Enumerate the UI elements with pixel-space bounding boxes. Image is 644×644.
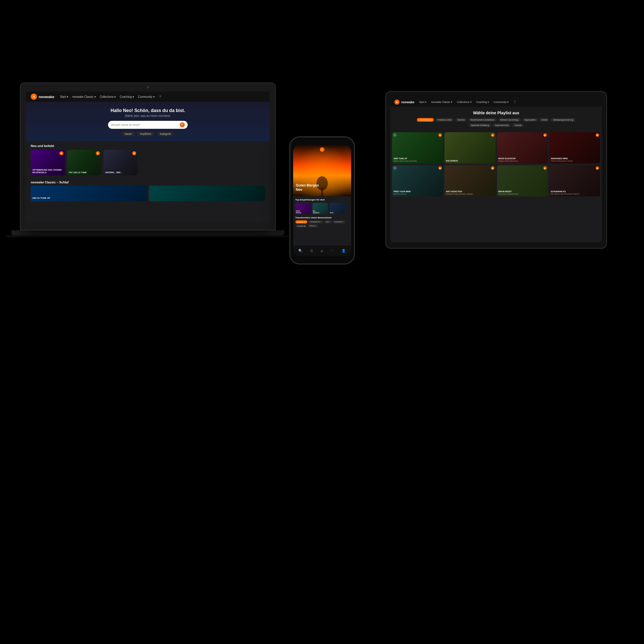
laptop-card-fat[interactable]: ▶ FAT CELLS TUNE: [67, 150, 101, 175]
tablet-nav-start[interactable]: Start ▾: [419, 101, 426, 103]
card-label-2: FAT CELLS TUNE: [69, 171, 100, 174]
phone-body: N Guten Morgen Neo Top-Empfehlungen für …: [289, 136, 355, 264]
laptop-search-button[interactable]: 🔍: [180, 122, 185, 127]
card-badge-2: ▶: [96, 151, 100, 155]
tablet-nav-coaching[interactable]: Coaching ▾: [476, 101, 489, 103]
laptop-nav-classic[interactable]: neowake Classic ▾: [72, 95, 96, 98]
tab-gehirntraining[interactable]: Gehirntraining: [417, 118, 434, 122]
smr-label: SMR Tune UpEigene deinen Geist auf Erfol…: [394, 158, 442, 162]
phone-rec-biorhythmen[interactable]: Bio-rhythmen: [312, 203, 328, 214]
tablet-body: N neowake Start ▾ neowake Classic ▾ Coll…: [385, 91, 607, 249]
laptop-section2-title: neowake Classic – Schlaf: [31, 181, 265, 184]
tab-meistern[interactable]: Meistern des Erfolgs: [498, 118, 521, 122]
mood-kraftvoll[interactable]: Kraftvoll ⚡: [295, 220, 307, 223]
laptop-filter-kopfhorer[interactable]: Kopfhörer: [137, 132, 154, 136]
mood-label: MOOD ELEVATORSteigere deine Stimmung: [498, 158, 546, 162]
phone-nav-home[interactable]: ⌂: [321, 249, 323, 253]
laptop-nav: N neowake Start ▾ neowake Classic ▾ Coll…: [26, 92, 270, 102]
tablet-nav-mobile[interactable]: 📱: [513, 101, 516, 103]
tablet-card-mood[interactable]: ▶ MOOD ELEVATORSteigere deine Stimmung: [497, 132, 548, 163]
tablet-card-freeyourmind[interactable]: ▶ ♪ FREE YOUR MINDKopf frei machen: [392, 165, 443, 196]
laptop-filter-dauer[interactable]: Dauer: [122, 132, 135, 136]
tablet-hero-title: Wähle deine Playlist aus: [394, 111, 598, 115]
laptop-card-unters[interactable]: ▶ UNTERS... DEF...: [103, 150, 138, 175]
laptop-filter-kategorie[interactable]: Kategorie: [157, 132, 174, 136]
phone-nav-search[interactable]: 🔍: [298, 249, 303, 253]
phone-transform-title: Transformiere deine Bewusstsein: [295, 216, 349, 219]
phone-bottom-nav: 🔍 ⊞ ⌂ ♡ 👤: [293, 246, 351, 256]
laptop-nav-items: Start ▾ neowake Classic ▾ Collections ▾ …: [60, 95, 162, 98]
phone-logo-area: N: [320, 147, 324, 152]
tab-spirituelle[interactable]: Spirituelle Entfaltung: [469, 123, 491, 127]
card-label-1: OPTIMIERUNG DES VITAMIN B5-SPIEGELS: [32, 169, 63, 174]
laptop-body: N neowake Start ▾ neowake Classic ▾ Coll…: [20, 82, 276, 230]
tab-komedi[interactable]: Komedi: [512, 123, 524, 127]
phone-rec-schlaf[interactable]: Schl...: [330, 203, 345, 214]
mood-ausgeglichen[interactable]: Ausgeglichen ♪: [308, 220, 323, 223]
phone-rec-selbstfindung[interactable]: Selbst-findung: [295, 203, 311, 214]
neowake-logo-icon: N: [31, 94, 37, 100]
tablet-card-awakened[interactable]: ▶ AWAKENED MINDHöheres Bewusstsein förde…: [549, 132, 600, 163]
laptop-search-input[interactable]: [111, 123, 180, 126]
anti-badge: ▶: [491, 166, 494, 170]
phone-content: Top-Empfehlungen für dich Selbst-findung…: [293, 196, 351, 232]
phone-section-title: Top-Empfehlungen für dich: [295, 198, 349, 201]
phone-greeting: Guten Morgen Neo: [296, 183, 319, 192]
mood-friedlich[interactable]: Friedlich ☯: [295, 224, 307, 227]
tablet-card-solitarius[interactable]: ▶ SOLITARIUS: [444, 132, 495, 163]
laptop-card-vitamin[interactable]: ▶ OPTIMIERUNG DES VITAMIN B5-SPIEGELS: [31, 150, 65, 175]
brain-label: BRAIN RESETDie ersten Veränderungen: [498, 190, 546, 195]
card2-label-1: DELTA TUNE UP: [32, 197, 145, 200]
tab-selbstprogrammierung[interactable]: Selbstprogrammierung: [551, 118, 575, 122]
tablet-grid-row1: ▶ ♪ SMR Tune UpEigene deinen Geist auf E…: [390, 132, 602, 165]
tablet-nav-collections[interactable]: Collections ▾: [457, 101, 472, 103]
laptop-nav-collections[interactable]: Collections ▾: [100, 95, 116, 98]
smr-badge: ▶: [438, 133, 442, 137]
rec-label-1: Selbst-findung: [296, 210, 310, 214]
tab-beziehschaft[interactable]: Beziehschaft & Geliebtsein: [468, 118, 497, 122]
tab-superharmonie[interactable]: Superharmonie: [493, 123, 511, 127]
card-label-3: UNTERS... DEF...: [105, 171, 136, 174]
mood-entspannt[interactable]: Entspannt ♪: [333, 220, 345, 223]
tablet-card-antiaddiction[interactable]: ▶ ANTI ADDICTIONSchlechte Angewohnheiten…: [444, 165, 495, 196]
laptop-cards: ▶ OPTIMIERUNG DES VITAMIN B5-SPIEGELS ▶ …: [31, 150, 265, 175]
card-badge-3: ▶: [132, 151, 136, 155]
tablet-nav-community[interactable]: Community ▾: [494, 101, 509, 103]
laptop-card2-2[interactable]: [149, 186, 265, 201]
scene: N neowake Start ▾ neowake Classic ▾ Coll…: [0, 0, 644, 644]
laptop-nav-coaching[interactable]: Coaching ▾: [120, 95, 134, 98]
tab-positives-leben[interactable]: Positives Leben: [435, 118, 454, 122]
schumann-badge: ▶: [596, 166, 599, 170]
tablet-card-smr[interactable]: ▶ ♪ SMR Tune UpEigene deinen Geist auf E…: [392, 132, 443, 163]
tablet-nav-classic[interactable]: neowake Classic ▾: [431, 101, 452, 103]
laptop-foot: [6, 235, 290, 237]
phone-nav-person[interactable]: 👤: [341, 249, 346, 253]
tablet-card-schumann[interactable]: ▶ SCHUMANN 8'SAlle Oktaven der Schumann …: [549, 165, 600, 196]
laptop-nav-mobile[interactable]: 📱: [159, 95, 162, 98]
tablet-nav: N neowake Start ▾ neowake Classic ▾ Coll…: [390, 98, 602, 107]
phone-nav-heart[interactable]: ♡: [331, 249, 334, 253]
laptop-screen: N neowake Start ▾ neowake Classic ▾ Coll…: [26, 92, 270, 222]
solitarius-badge: ▶: [491, 133, 494, 137]
mood-opti[interactable]: Opti...: [324, 220, 332, 223]
phone-nav-grid[interactable]: ⊞: [310, 249, 313, 253]
tablet-card-brainreset[interactable]: ▶ BRAIN RESETDie ersten Veränderungen: [497, 165, 548, 196]
laptop-search-bar[interactable]: 🔍: [108, 121, 188, 129]
tab-karriere[interactable]: Karriere: [455, 118, 467, 122]
laptop-nav-start[interactable]: Start ▾: [60, 95, 68, 98]
brain-badge: ▶: [543, 166, 547, 170]
mood-fokuss[interactable]: Fokuss...: [308, 224, 318, 227]
phone-greeting-line1: Guten Morgen: [296, 183, 319, 187]
laptop-camera: [147, 86, 149, 88]
phone-logo-icon: N: [320, 147, 324, 152]
laptop-cards2: DELTA TUNE UP: [31, 186, 265, 201]
tab-schlaf[interactable]: Schlaf: [539, 118, 549, 122]
laptop-hero-subtitle: Wähle jetzt, was du hören möchtest.: [32, 114, 264, 117]
tab-hypnosetion[interactable]: Hypnosetion: [522, 118, 538, 122]
phone-hero-bg: N Guten Morgen Neo: [293, 145, 351, 196]
laptop-nav-community[interactable]: Community ▾: [138, 95, 154, 98]
laptop-card2-delta[interactable]: DELTA TUNE UP: [31, 186, 147, 201]
laptop-hero-title: Hallo Neo! Schön, dass du da bist.: [32, 108, 264, 113]
awakened-label: AWAKENED MINDHöheres Bewusstsein fördern: [551, 158, 599, 162]
rec-label-3: Schl...: [330, 212, 345, 214]
